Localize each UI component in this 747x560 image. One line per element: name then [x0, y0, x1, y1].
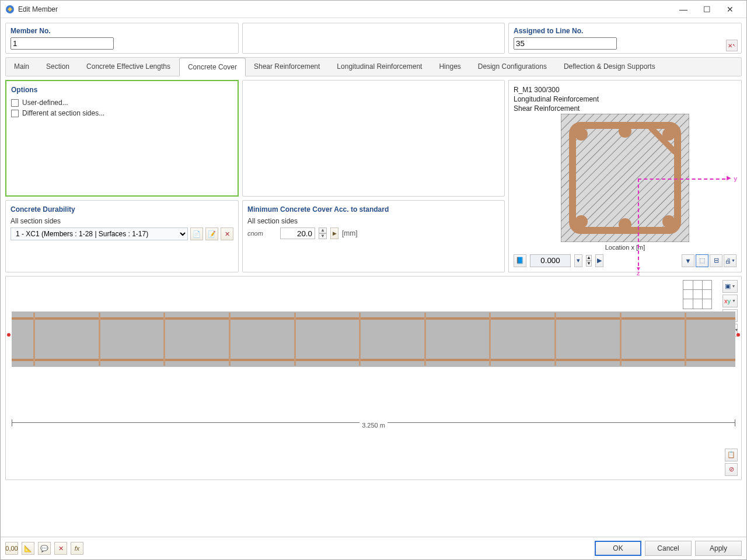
pick-line-button[interactable]: ✕↖ — [726, 40, 738, 51]
checkbox-different-sides[interactable]: Different at section sides... — [11, 109, 233, 117]
header-spacer — [242, 23, 505, 54]
location-input[interactable] — [530, 254, 571, 267]
cnom-step-button[interactable]: ▶ — [330, 228, 338, 239]
svg-point-5 — [575, 128, 588, 141]
view-isometric-button[interactable]: ▣▼ — [722, 280, 738, 293]
minimize-button[interactable]: — — [672, 1, 695, 18]
cnom-label: cnom — [247, 230, 277, 237]
top-rebar — [12, 317, 735, 320]
dimension-button[interactable]: ⊟ — [710, 254, 722, 267]
location-step-button[interactable]: ▶ — [595, 254, 603, 267]
tab-bar: Main Section Concrete Effective Lengths … — [5, 57, 742, 76]
view-axes-button[interactable]: xy▼ — [722, 295, 738, 307]
tab-main[interactable]: Main — [6, 58, 38, 76]
clear-results-button[interactable]: ⊘ — [725, 463, 738, 476]
assigned-line-panel: Assigned to Line No. ✕↖ — [508, 23, 742, 54]
durability-new-button[interactable]: 📄 — [190, 228, 203, 240]
function-button[interactable]: fx — [71, 542, 83, 555]
navigation-cube-icon[interactable] — [683, 280, 712, 309]
maximize-button[interactable]: ☐ — [695, 1, 718, 18]
member-no-input[interactable] — [11, 37, 114, 50]
mincover-title: Minimum Concrete Cover Acc. to standard — [247, 205, 500, 214]
y-axis-label: y — [734, 175, 738, 182]
member-elevation-view: ▣▼ xy▼ ▭▼ 1.2.3▼ 3. — [5, 276, 742, 480]
concrete-durability-panel: Concrete Durability All section sides 1 … — [5, 200, 239, 272]
cancel-button[interactable]: Cancel — [645, 541, 692, 556]
durability-title: Concrete Durability — [11, 205, 233, 214]
durability-sublabel: All section sides — [11, 217, 233, 225]
section-drawing: y z — [514, 114, 736, 244]
node-end-icon — [736, 333, 740, 337]
close-button[interactable]: ✕ — [718, 1, 742, 18]
assigned-line-label: Assigned to Line No. — [514, 27, 736, 35]
cnom-input[interactable] — [280, 228, 315, 239]
tab-longitudinal-reinforcement[interactable]: Longitudinal Reinforcement — [329, 58, 431, 76]
section-name: R_M1 300/300 — [514, 85, 736, 94]
coordinate-system-button[interactable]: 📐 — [22, 542, 34, 555]
options-title: Options — [11, 86, 233, 94]
location-spinner[interactable]: ▲▼ — [586, 255, 592, 267]
print-button[interactable]: 🖨▼ — [724, 254, 736, 267]
filter-button[interactable]: ▼ — [682, 254, 694, 267]
reset-button[interactable]: ✕ — [54, 542, 67, 555]
cross-section-icon — [561, 114, 689, 242]
beam-elevation: 3.250 m — [12, 312, 735, 367]
dimension-text: 3.250 m — [359, 422, 388, 429]
section-info: R_M1 300/300 Longitudinal Reinforcement … — [514, 85, 736, 114]
svg-point-9 — [619, 218, 631, 231]
window-title: Edit Member — [18, 5, 672, 13]
dialog-footer: 0,00 📐 💬 ✕ fx OK Cancel Apply — [1, 537, 746, 559]
tab-concrete-cover[interactable]: Concrete Cover — [179, 58, 246, 76]
tab-concrete-effective-lengths[interactable]: Concrete Effective Lengths — [78, 58, 179, 76]
section-shear-reinf: Shear Reinforcement — [514, 104, 736, 113]
app-icon — [5, 5, 15, 14]
tab-deflection-design-supports[interactable]: Deflection & Design Supports — [556, 58, 664, 76]
apply-button[interactable]: Apply — [695, 541, 742, 556]
top-middle-spacer — [242, 80, 505, 197]
section-long-reinf: Longitudinal Reinforcement — [514, 94, 736, 104]
node-start-icon — [7, 333, 11, 337]
svg-point-10 — [662, 215, 675, 228]
assigned-line-input[interactable] — [514, 37, 617, 50]
tab-section[interactable]: Section — [38, 58, 78, 76]
location-dropdown-button[interactable]: ▾ — [574, 254, 582, 267]
durability-edit-button[interactable]: 📝 — [205, 228, 218, 240]
section-library-button[interactable]: 📘 — [514, 254, 526, 267]
member-no-label: Member No. — [11, 27, 233, 35]
checkbox-different-sides-label: Different at section sides... — [22, 109, 104, 117]
checkbox-user-defined[interactable]: User-defined... — [11, 99, 233, 107]
units-button[interactable]: 0,00 — [5, 542, 18, 555]
tab-shear-reinforcement[interactable]: Shear Reinforcement — [246, 58, 329, 76]
svg-point-8 — [575, 215, 588, 228]
bottom-rebar — [12, 359, 735, 361]
options-panel: Options User-defined... Different at sec… — [5, 80, 239, 197]
durability-delete-button[interactable]: ✕ — [221, 228, 233, 240]
mincover-sublabel: All section sides — [247, 217, 500, 225]
tab-hinges[interactable]: Hinges — [431, 58, 469, 76]
view-values-button[interactable]: ⬚ — [696, 254, 708, 267]
cnom-unit: [mm] — [342, 229, 358, 237]
comments-button[interactable]: 💬 — [38, 542, 51, 555]
results-table-button[interactable]: 📋 — [725, 449, 738, 461]
location-label: Location x [m] — [514, 244, 736, 251]
min-cover-panel: Minimum Concrete Cover Acc. to standard … — [242, 200, 505, 272]
section-preview-panel: R_M1 300/300 Longitudinal Reinforcement … — [508, 80, 742, 272]
checkbox-user-defined-label: User-defined... — [22, 99, 68, 107]
cnom-spinner[interactable]: ▲▼ — [319, 228, 327, 239]
titlebar: Edit Member — ☐ ✕ — [1, 1, 746, 18]
member-no-panel: Member No. — [5, 23, 239, 54]
svg-point-6 — [619, 125, 631, 138]
tab-design-configurations[interactable]: Design Configurations — [470, 58, 556, 76]
checkbox-icon — [11, 110, 19, 117]
dimension-line: 3.250 m — [12, 422, 735, 437]
durability-dropdown[interactable]: 1 - XC1 (Members : 1-28 | Surfaces : 1-1… — [11, 228, 188, 240]
ok-button[interactable]: OK — [595, 541, 641, 556]
checkbox-icon — [11, 99, 19, 107]
edit-member-dialog: Edit Member — ☐ ✕ Member No. Assigned to… — [0, 0, 747, 560]
